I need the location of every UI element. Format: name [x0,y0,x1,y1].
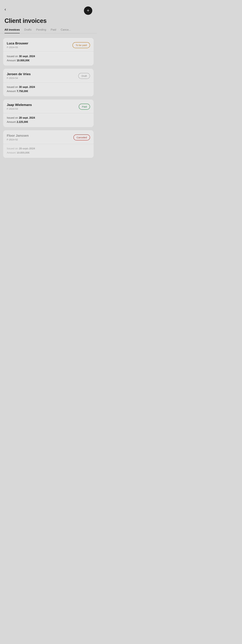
client-info: Jaap Wielemans F-2024-53 [7,103,32,110]
invoice-card-header: Luca Brouwer F-2024-55 To be paid [3,38,94,52]
tabs-bar: All invoices Drafts Pending Paid Cance..… [0,28,97,34]
page-title: Client invoices [5,18,92,24]
amount-label: Amount [7,120,16,124]
amount-row: Amount 2.225,00€ [7,120,90,124]
amount-label: Amount [7,90,16,93]
invoice-number: F-2024-55 [7,46,28,48]
invoice-card-body: Issued on 28 sept. 2024 Amount 2.225,00€ [3,113,94,127]
issued-date: 28 sept. 2024 [19,147,35,150]
issued-date: 30 sept. 2024 [19,55,35,58]
invoice-card[interactable]: Jeroen de Vries F-2024-54 Draft Issued o… [3,69,94,96]
amount-value: 7.750,00€ [17,90,28,93]
issued-row: Issued on 28 sept. 2024 [7,116,90,119]
client-name: Jaap Wielemans [7,103,32,107]
amount-value: 10.000,00€ [17,151,30,154]
invoice-card[interactable]: Luca Brouwer F-2024-55 To be paid Issued… [3,38,94,66]
issued-label: Issued on [7,55,18,58]
status-badge: Canceled [73,134,90,140]
client-name: Floor Janssen [7,134,29,138]
back-button[interactable]: ‹ [5,7,6,12]
invoices-list: Luca Brouwer F-2024-55 To be paid Issued… [0,38,97,158]
amount-value: 10.000,00€ [17,59,30,62]
invoice-card-header: Floor Janssen F-2024-52 Canceled [3,130,94,144]
amount-label: Amount [7,151,16,154]
issued-label: Issued on [7,116,18,119]
header: ‹ + [0,0,97,18]
amount-value: 2.225,00€ [17,120,28,124]
status-badge: Paid [79,104,90,110]
invoice-card[interactable]: Floor Janssen F-2024-52 Canceled Issued … [3,130,94,158]
client-info: Luca Brouwer F-2024-55 [7,42,28,48]
invoice-card-header: Jeroen de Vries F-2024-54 Draft [3,69,94,82]
issued-label: Issued on [7,147,18,150]
invoice-card-body: Issued on 28 sept. 2024 Amount 10.000,00… [3,144,94,158]
client-name: Luca Brouwer [7,42,28,45]
invoice-card[interactable]: Jaap Wielemans F-2024-53 Paid Issued on … [3,100,94,127]
footer-space [0,158,97,174]
tab-pending[interactable]: Pending [36,28,46,33]
invoice-card-body: Issued on 30 sept. 2024 Amount 7.750,00€ [3,82,94,96]
issued-date: 28 sept. 2024 [19,116,35,119]
issued-date: 30 sept. 2024 [19,86,35,88]
invoice-card-body: Issued on 30 sept. 2024 Amount 10.000,00… [3,52,94,66]
amount-row: Amount 10.000,00€ [7,59,90,62]
plus-icon: + [87,8,89,13]
client-name: Jeroen de Vries [7,72,31,76]
invoice-number: F-2024-54 [7,77,31,79]
issued-row: Issued on 28 sept. 2024 [7,147,90,150]
tab-all-invoices[interactable]: All invoices [5,28,20,33]
client-info: Jeroen de Vries F-2024-54 [7,72,31,79]
invoice-card-header: Jaap Wielemans F-2024-53 Paid [3,100,94,113]
issued-label: Issued on [7,86,18,88]
invoice-number: F-2024-52 [7,138,29,141]
add-invoice-button[interactable]: + [84,6,92,15]
amount-row: Amount 10.000,00€ [7,151,90,154]
tab-canceled[interactable]: Cance... [61,28,71,33]
amount-label: Amount [7,59,16,62]
title-area: Client invoices [0,18,97,28]
status-badge: Draft [78,73,90,79]
invoice-number: F-2024-53 [7,108,32,110]
amount-row: Amount 7.750,00€ [7,90,90,93]
status-badge: To be paid [72,42,90,48]
client-info: Floor Janssen F-2024-52 [7,134,29,141]
issued-row: Issued on 30 sept. 2024 [7,86,90,88]
tab-paid[interactable]: Paid [51,28,56,33]
tab-drafts[interactable]: Drafts [24,28,32,33]
issued-row: Issued on 30 sept. 2024 [7,55,90,58]
